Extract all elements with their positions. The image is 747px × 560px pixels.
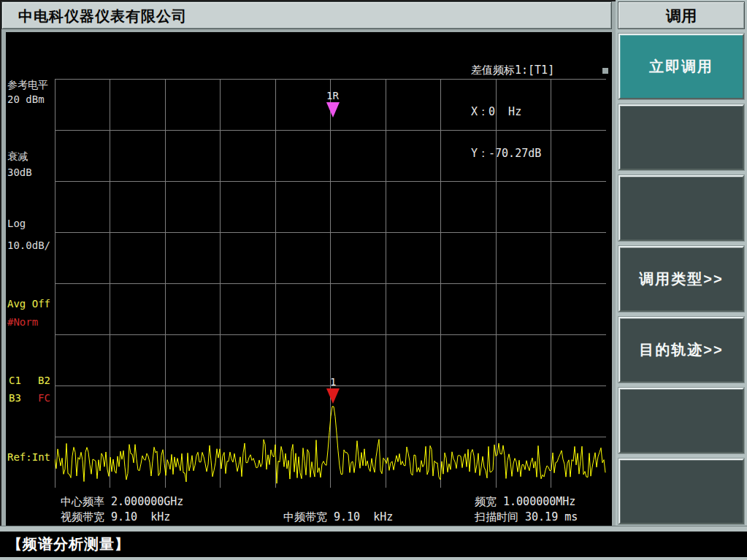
marker-1R-label: 1R xyxy=(326,90,339,101)
marker-1-label: 1 xyxy=(330,376,336,388)
delta-marker-title: 差值频标1:[T1] xyxy=(471,64,554,77)
softkey-label: 目的轨迹>> xyxy=(639,340,723,360)
setting-label: B2 xyxy=(38,375,50,386)
marker-1-icon xyxy=(326,388,340,404)
setting-label: 衰减 xyxy=(7,150,28,164)
center-freq-readout: 中心频率 2.000000GHz xyxy=(61,495,183,509)
sweep-time-readout: 扫描时间 30.19 ms xyxy=(475,510,578,524)
softkey-5-目的轨迹[interactable]: 目的轨迹>> xyxy=(618,317,744,383)
softkey-3-empty[interactable] xyxy=(618,175,744,241)
ifbw-readout: 中频带宽 9.10 kHz xyxy=(283,510,393,524)
marker-1R-icon xyxy=(326,102,340,118)
setting-label: 20 dBm xyxy=(7,93,45,105)
softkey-6-empty[interactable] xyxy=(618,388,744,453)
status-bar: 【频谱分析测量】 xyxy=(0,532,747,557)
mode-label: 【频谱分析测量】 xyxy=(7,536,130,552)
softkey-label: 立即调用 xyxy=(649,57,713,77)
setting-label: FC xyxy=(38,392,50,404)
menu-header: 调用 xyxy=(618,1,745,29)
title-bar: 中电科仪器仪表有限公司 xyxy=(1,1,612,29)
softkey-1-立即调用[interactable]: 立即调用 xyxy=(618,34,744,99)
vbw-readout: 视频带宽 9.10 kHz xyxy=(61,510,170,524)
softkey-2-empty[interactable] xyxy=(618,104,744,170)
setting-label: 10.0dB/ xyxy=(7,239,50,251)
softkey-panel: 调用 立即调用调用类型>>目的轨迹>> xyxy=(616,0,747,527)
spectrum-chart: 1R1 xyxy=(55,79,606,488)
span-readout: 频宽 1.000000MHz xyxy=(475,495,575,509)
softkey-label: 调用类型>> xyxy=(639,269,723,289)
setting-label: Ref:Int xyxy=(7,451,50,463)
softkey-4-调用类型[interactable]: 调用类型>> xyxy=(618,246,744,312)
menu-title: 调用 xyxy=(666,7,697,24)
setting-label: Avg Off xyxy=(7,298,50,310)
bottom-edge xyxy=(0,557,747,560)
company-title: 中电科仪器仪表有限公司 xyxy=(18,8,187,24)
setting-label: #Norm xyxy=(7,316,38,328)
setting-label: B3 xyxy=(9,392,21,404)
setting-label: C1 xyxy=(9,375,21,386)
setting-label: Log xyxy=(7,218,26,229)
softkey-7-empty[interactable] xyxy=(618,459,744,524)
setting-label: 参考电平 xyxy=(7,79,48,92)
setting-label: 30dB xyxy=(7,166,32,178)
mouse-cursor xyxy=(602,68,608,74)
spectrum-display: 差值频标1:[T1] X：0 Hz Y：-70.27dB 参考电平20 dBm衰… xyxy=(6,32,612,526)
